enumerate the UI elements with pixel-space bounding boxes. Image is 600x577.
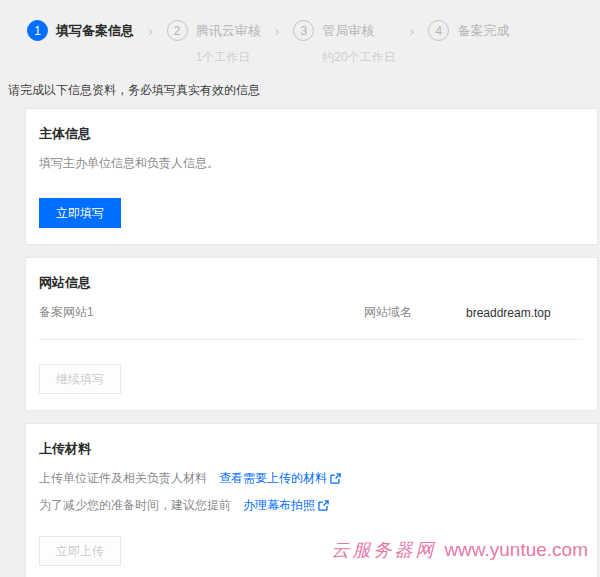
watermark-url: www.yuntue.com [444,539,588,561]
subject-info-card: 主体信息 填写主办单位信息和负责人信息。 立即填写 [25,108,598,245]
step-2-circle: 2 [167,20,188,41]
step-1-circle: 1 [27,20,48,41]
upload-line-1: 上传单位证件及相关负责人材料 查看需要上传的材料 [39,470,583,487]
external-link-icon [330,473,341,484]
upload-line-1-text: 上传单位证件及相关负责人材料 [39,470,207,487]
chevron-right-icon: › [148,20,153,42]
chevron-right-icon: › [410,20,415,42]
step-authority-review: 3 管局审核 约20个工作日 [293,20,395,66]
website-row: 备案网站1 网站域名 breaddream.top [39,304,583,339]
upload-line-2-text: 为了减少您的准备时间，建议您提前 [39,497,231,514]
notice-text: 请完成以下信息资料，务必填写真实有效的信息 [0,66,600,99]
external-link-icon [318,500,329,511]
watermark-site-name: 云服务器网 [331,538,436,562]
domain-value: breaddream.top [466,306,551,320]
step-complete: 4 备案完成 [428,20,509,41]
watermark: 云服务器网 www.yuntue.com [331,538,588,562]
step-3-duration: 约20个工作日 [322,49,395,66]
step-3-circle: 3 [293,20,314,41]
step-4-label: 备案完成 [457,22,509,40]
step-2-duration: 1个工作日 [196,49,261,66]
curtain-photo-link-label: 办理幕布拍照 [243,497,315,514]
divider [39,339,583,340]
step-1-label: 填写备案信息 [56,22,134,40]
fill-now-button[interactable]: 立即填写 [39,198,121,228]
subject-card-description: 填写主办单位信息和负责人信息。 [39,155,583,172]
filing-stepper: 1 填写备案信息 › 2 腾讯云审核 1个工作日 › 3 管局审核 约20个工作… [0,0,600,66]
curtain-photo-link[interactable]: 办理幕布拍照 [243,497,329,514]
subject-card-title: 主体信息 [39,125,583,143]
chevron-right-icon: › [275,20,280,42]
step-2-label: 腾讯云审核 [196,22,261,40]
upload-line-2: 为了减少您的准备时间，建议您提前 办理幕布拍照 [39,497,583,514]
upload-card-title: 上传材料 [39,440,583,458]
domain-label: 网站域名 [364,304,466,321]
website-info-card: 网站信息 备案网站1 网站域名 breaddream.top 继续填写 [25,257,598,411]
upload-now-button[interactable]: 立即上传 [39,536,121,566]
website-card-title: 网站信息 [39,274,583,292]
website-name: 备案网站1 [39,304,364,321]
step-4-circle: 4 [428,20,449,41]
view-materials-link[interactable]: 查看需要上传的材料 [219,470,341,487]
step-3-label: 管局审核 [322,22,374,40]
continue-fill-button[interactable]: 继续填写 [39,364,121,394]
step-tencent-review: 2 腾讯云审核 1个工作日 [167,20,261,66]
step-fill-info: 1 填写备案信息 [27,20,134,41]
view-materials-link-label: 查看需要上传的材料 [219,470,327,487]
